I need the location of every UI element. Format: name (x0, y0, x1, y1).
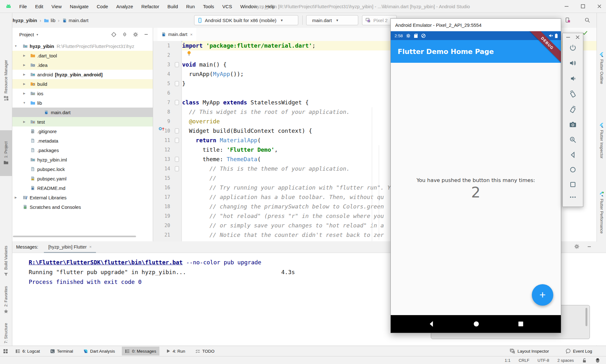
toolbar-button-0-messages[interactable]: 0: Messages (122, 347, 159, 355)
emulator-more-icon[interactable] (569, 196, 576, 198)
tree-item-build[interactable]: ▶build (12, 79, 153, 89)
chevron-expanded-icon[interactable]: ▼ (22, 101, 26, 104)
menu-run[interactable]: Run (182, 4, 199, 9)
stripe-flutter-inspector[interactable]: Flutter Inspector (597, 109, 606, 172)
fold-marker-icon[interactable] (175, 138, 179, 143)
console-hide-icon[interactable] (587, 244, 591, 249)
intention-bulb-icon[interactable] (187, 50, 192, 56)
device-manager-icon[interactable] (565, 17, 571, 23)
fold-marker-icon[interactable] (175, 81, 179, 86)
emulator-close-icon[interactable] (575, 35, 580, 39)
tree-item-readme-md[interactable]: iREADME.md (12, 183, 153, 193)
emulator-nav-back-icon[interactable] (569, 151, 576, 158)
toolbar-button-event-log[interactable]: Event Log (563, 347, 595, 355)
emulator-volume-up-icon[interactable] (569, 59, 577, 67)
menu-build[interactable]: Build (163, 4, 182, 9)
horizontal-scrollbar[interactable] (13, 236, 136, 237)
tree-item--packages[interactable]: .packages (12, 145, 153, 155)
menu-file[interactable]: File (15, 4, 31, 9)
toolbar-button-6-logcat[interactable]: 6: Logcat (12, 347, 43, 355)
emulator-volume-down-icon[interactable] (569, 75, 577, 82)
fold-marker-icon[interactable] (175, 166, 179, 171)
chevron-collapsed-icon[interactable]: ▶ (22, 82, 26, 85)
window-minimize-icon[interactable] (564, 4, 569, 9)
settings-icon[interactable] (133, 32, 138, 37)
fold-marker-icon[interactable] (175, 62, 179, 67)
tab-main-dart[interactable]: main.dart × (157, 28, 196, 42)
emulator-zoom-icon[interactable] (569, 136, 577, 144)
breadcrumb-hyzp_yibin[interactable]: hyzp_yibin (13, 18, 37, 23)
console-link[interactable]: R:\Flutter\FlutterSDK\flutter\bin\flutte… (29, 259, 183, 266)
emulator-camera-icon[interactable] (569, 121, 577, 128)
status-2-spaces[interactable]: 2 spaces (557, 358, 574, 363)
emulator-power-icon[interactable] (569, 44, 577, 51)
android-emulator-window[interactable]: Android Emulator - Pixel_2_API_29:5554 2… (390, 18, 561, 333)
close-icon[interactable]: × (89, 244, 92, 249)
tree-item--dart_tool[interactable]: ▶.dart_tool (12, 51, 153, 60)
collapse-all-icon[interactable] (122, 32, 127, 37)
fold-marker-icon[interactable] (175, 128, 179, 133)
stripe-flutter-performance[interactable]: Flutter Performance (597, 175, 606, 250)
locate-icon[interactable] (111, 32, 116, 37)
chevron-collapsed-icon[interactable]: ▶ (22, 54, 26, 57)
project-panel-title[interactable]: Project (19, 32, 34, 37)
highlight-level-icon[interactable] (595, 358, 600, 363)
emulator-minimize-icon[interactable] (566, 35, 570, 39)
tree-item-pubspec-yaml[interactable]: YMLpubspec.yaml (12, 174, 153, 183)
emulator-rotate-left-icon[interactable] (569, 90, 577, 98)
emulator-window-title[interactable]: Android Emulator - Pixel_2_API_29:5554 (391, 19, 561, 31)
close-icon[interactable]: × (190, 32, 193, 37)
chevron-collapsed-icon[interactable]: ▶ (22, 120, 26, 123)
stripe-flutter-outline[interactable]: Flutter Outline (597, 37, 606, 100)
console-settings-icon[interactable] (574, 244, 579, 249)
menu-tools[interactable]: Tools (199, 4, 218, 9)
menu-edit[interactable]: Edit (31, 4, 47, 9)
tree-item-scratches-and-consoles[interactable]: Scratches and Consoles (12, 202, 153, 212)
emulator-nav-square-icon[interactable] (569, 181, 576, 188)
chevron-collapsed-icon[interactable]: ▶ (22, 73, 26, 76)
tree-item-android[interactable]: ▶android[hyzp_yibin_android] (12, 70, 153, 79)
tree-item-pubspec-lock[interactable]: pubspec.lock (12, 164, 153, 174)
run-config-dropdown[interactable]: main.dart ▼ (306, 15, 358, 25)
menu-view[interactable]: View (47, 4, 66, 9)
toolbar-button-terminal[interactable]: Terminal (47, 347, 76, 355)
scrollbar-thumb[interactable] (585, 308, 587, 326)
toolbar-button-layout-inspector[interactable]: Layout Inspector (507, 347, 552, 355)
fab-add-button[interactable]: + (532, 284, 553, 306)
breadcrumb-main-dart[interactable]: main.dart (69, 18, 89, 23)
menu-analyze[interactable]: Analyze (112, 4, 137, 9)
chevron-collapsed-icon[interactable]: ▶ (22, 63, 26, 67)
menu-code[interactable]: Code (92, 4, 112, 9)
window-close-icon[interactable] (597, 4, 602, 9)
tree-item-external-libraries[interactable]: ▶External Libraries (12, 193, 153, 202)
toolbar-button-dart-analysis[interactable]: Dart Analysis (80, 347, 118, 355)
status-1-1[interactable]: 1:1 (505, 358, 510, 363)
status-utf-8[interactable]: UTF-8 (538, 358, 549, 363)
breadcrumb-lib[interactable]: lib (51, 18, 56, 23)
emulator-rotate-right-icon[interactable] (569, 106, 577, 113)
unlock-icon[interactable] (582, 358, 587, 363)
chevron-collapsed-icon[interactable]: ▶ (14, 196, 18, 199)
stripe-build-variants[interactable]: Build Variants (0, 234, 12, 289)
stripe-2-favorites[interactable]: 2: Favorites (0, 283, 12, 317)
tree-item-main-dart[interactable]: main.dart (12, 108, 153, 117)
phone-screen[interactable]: 2:58 Flutter Demo Home Page You have pus… (391, 31, 561, 333)
window-switcher-icon[interactable] (3, 349, 8, 354)
tree-item-hyzp_yibin-iml[interactable]: hyzp_yibin.iml (12, 155, 153, 164)
stripe-1-project[interactable]: 1: Project (0, 130, 12, 176)
override-marker-icon[interactable] (158, 126, 165, 131)
fold-marker-icon[interactable] (175, 157, 179, 162)
tree-item-ios[interactable]: ▶ios (12, 89, 153, 98)
device-selector-dropdown[interactable]: Android SDK built for x86 (mobile) ▼ (194, 15, 298, 25)
nav-back-icon[interactable] (428, 320, 435, 328)
search-icon[interactable] (585, 17, 590, 23)
nav-home-icon[interactable] (472, 320, 480, 328)
fold-marker-icon[interactable] (175, 100, 179, 105)
stripe-resource-manager[interactable]: Resource Manager (0, 44, 12, 116)
menu-navigate[interactable]: Navigate (66, 4, 92, 9)
toolbar-button-4-run[interactable]: 4: Run (163, 347, 188, 355)
tree-item--idea[interactable]: ▶.idea (12, 60, 153, 70)
chevron-collapsed-icon[interactable]: ▶ (22, 92, 26, 95)
tree-item-lib[interactable]: ▼lib (12, 98, 153, 108)
toolbar-button-todo[interactable]: TODO (192, 347, 218, 355)
